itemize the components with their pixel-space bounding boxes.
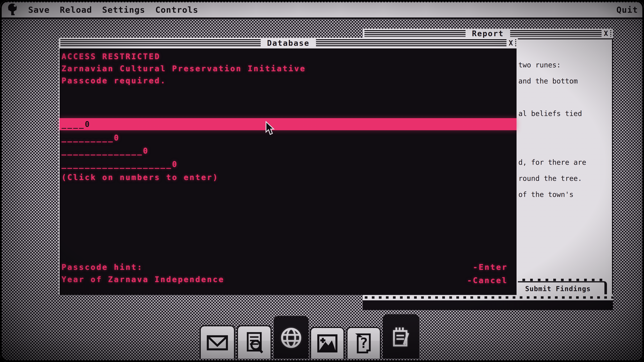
tree-icon[interactable]	[8, 3, 18, 17]
paper-tear-strip	[363, 294, 613, 300]
submit-findings-label: Submit Findings	[525, 285, 591, 293]
passcode-hint-value: Year of Zarnava Independence	[62, 275, 224, 284]
report-text-line: two runes:	[518, 61, 561, 69]
cancel-button[interactable]: -Cancel	[467, 276, 508, 285]
report-text-line: d, for there are	[518, 158, 586, 166]
report-titlebar[interactable]: Report X	[363, 29, 613, 38]
report-window-title: Report	[466, 29, 510, 38]
passcode-digit-slot-3[interactable]: ______________0	[62, 146, 149, 156]
mouse-cursor	[264, 121, 276, 135]
menu-item-reload[interactable]: Reload	[60, 1, 92, 18]
instruction-text: (Click on numbers to enter)	[62, 173, 219, 182]
crt-screen: Report X two runes: and the bottom al be…	[0, 0, 644, 362]
menu-item-quit[interactable]: Quit	[616, 1, 638, 18]
dock-item-notes[interactable]	[383, 314, 419, 359]
passcode-digit-slot-2[interactable]: _________0	[62, 133, 120, 142]
report-text-line: of the town's	[518, 191, 574, 199]
dock-item-images[interactable]	[310, 327, 345, 359]
menu-item-controls[interactable]: Controls	[155, 1, 198, 18]
paper-perforation-line	[515, 279, 607, 281]
dock-item-browser[interactable]	[274, 316, 308, 359]
menu-item-save[interactable]: Save	[28, 1, 50, 18]
envelope-icon	[205, 330, 230, 355]
picture-icon	[315, 331, 340, 356]
dock-item-mail[interactable]	[200, 325, 235, 359]
passcode-hint-label: Passcode hint:	[62, 263, 143, 272]
database-titlebar[interactable]: Database X	[59, 38, 518, 48]
report-text-line: al beliefs tied	[518, 110, 582, 118]
dock-item-search[interactable]	[237, 325, 272, 359]
menu-item-settings[interactable]: Settings	[102, 1, 145, 18]
document-magnifier-icon	[242, 330, 267, 355]
report-text-line: and the bottom	[518, 77, 578, 85]
passcode-digit-slot-4[interactable]: ___________________0	[62, 160, 178, 169]
database-window: Database X ACCESS RESTRICTED Zarnavian C…	[59, 38, 518, 295]
passcode-digit-slot-1[interactable]: ____0	[60, 118, 516, 130]
passcode-required-text: Passcode required.	[62, 76, 166, 85]
database-window-title: Database	[260, 38, 316, 48]
access-restricted-text: ACCESS RESTRICTED	[62, 52, 160, 61]
question-scroll-icon: ?	[351, 331, 376, 356]
globe-icon	[278, 325, 304, 351]
question-mark-glyph: ?	[360, 335, 368, 351]
notebook-icon	[388, 325, 414, 350]
report-close-button[interactable]: X	[602, 30, 610, 37]
organization-text: Zarnavian Cultural Preservation Initiati…	[62, 64, 306, 73]
dock-item-help[interactable]: ?	[346, 327, 381, 359]
menu-bar: Save Reload Settings Controls Quit	[0, 2, 644, 19]
enter-button[interactable]: -Enter	[473, 263, 508, 272]
report-text-line: round the tree.	[518, 174, 582, 183]
database-close-button[interactable]: X	[506, 39, 515, 47]
